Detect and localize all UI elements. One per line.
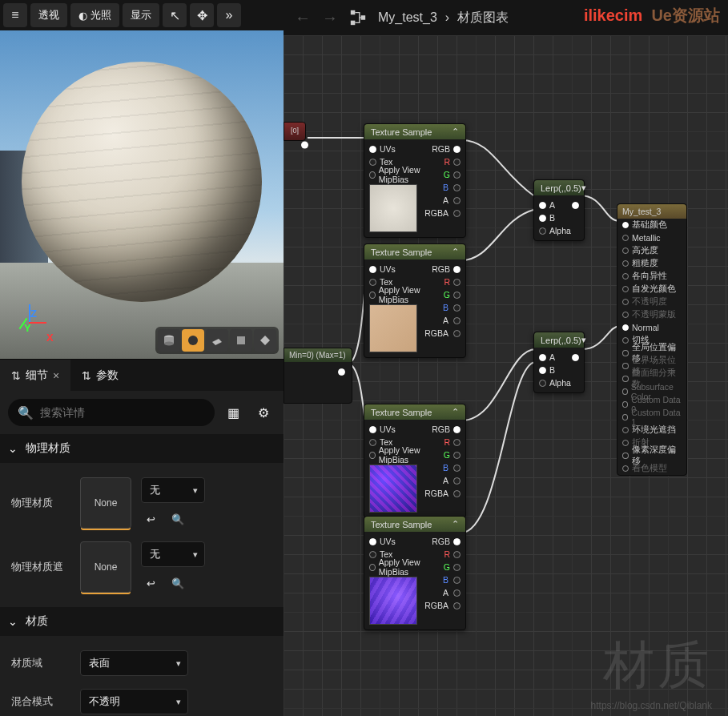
phys-material-mask-dropdown[interactable]: 无 <box>141 541 205 567</box>
filter-icon: ⇅ <box>11 369 21 382</box>
texture-thumbnail <box>369 184 417 232</box>
material-domain-label: 材质域 <box>11 656 70 670</box>
output-pin-row[interactable]: Custom Data 1 <box>617 411 686 424</box>
texture-thumbnail <box>369 304 417 352</box>
phys-material-mask-thumbnail[interactable]: None <box>80 541 131 593</box>
blend-mode-label: 混合模式 <box>11 694 70 709</box>
phys-material-dropdown[interactable]: 无 <box>141 477 205 503</box>
axis-z-label: Z <box>30 308 37 320</box>
hamburger-icon[interactable]: ≡ <box>3 3 27 27</box>
shape-plane-icon[interactable] <box>206 329 228 352</box>
preview-sphere <box>22 62 262 302</box>
chevron-right-icon: › <box>445 10 449 25</box>
phys-material-mask-label: 物理材质遮 <box>11 560 70 574</box>
collapse-icon[interactable]: ⌃ <box>452 247 459 257</box>
section-physical-material[interactable]: ⌄ 物理材质 <box>0 434 284 463</box>
lighting-button[interactable]: ◐光照 <box>70 3 119 27</box>
phys-material-thumbnail[interactable]: None <box>80 477 131 529</box>
chevron-down-icon: ⌄ <box>8 615 18 628</box>
output-pin-row[interactable]: Metallic <box>617 231 686 244</box>
texture-thumbnail <box>369 577 417 625</box>
node-texture-sample[interactable]: Texture Sample⌃ UVsRGB TexR Apply View M… <box>364 516 466 630</box>
watermark-large: 材质 <box>603 630 712 700</box>
panel-tabs: ⇅ 细节 × ⇅ 参数 <box>0 359 284 391</box>
phys-material-label: 物理材质 <box>11 496 70 510</box>
node-texture-sample[interactable]: Texture Sample⌃ UVsRGB TexR Apply View M… <box>364 123 466 238</box>
output-pin-row[interactable]: 各向异性 <box>617 270 686 283</box>
blend-mode-dropdown[interactable]: 不透明 <box>80 689 188 714</box>
node-lerp[interactable]: Lerp(,,0.5)▾ A B Alpha <box>533 179 585 241</box>
graph-icon <box>349 9 367 26</box>
show-button[interactable]: 显示 <box>123 3 159 27</box>
nav-forward-icon[interactable]: → <box>322 9 338 27</box>
watermark-url: https://blog.csdn.net/Qiblank <box>591 700 712 711</box>
node-texture-sample[interactable]: Texture Sample⌃ UVsRGB TexR Apply View M… <box>364 404 466 518</box>
texture-thumbnail <box>369 465 417 513</box>
svg-rect-8 <box>351 21 356 25</box>
breadcrumb: My_test_3 › 材质图表 <box>378 10 509 26</box>
svg-point-2 <box>164 342 174 346</box>
breadcrumb-item[interactable]: My_test_3 <box>378 10 437 25</box>
details-panel: 🔍 ▦ ⚙ ⌄ 物理材质 物理材质 None 无 ↩ <box>0 391 284 716</box>
collapse-icon[interactable]: ⌃ <box>452 127 459 137</box>
output-pin-row[interactable]: Normal <box>617 321 686 334</box>
search-input[interactable] <box>40 406 205 419</box>
more-tools-icon[interactable]: » <box>217 3 241 27</box>
select-tool-icon[interactable]: ↖ <box>163 3 187 27</box>
shape-cube-icon[interactable] <box>230 329 252 352</box>
node-lerp[interactable]: Lerp(,,0.5)▾ A B Alpha <box>533 332 585 393</box>
output-pin-row[interactable]: 高光度 <box>617 244 686 257</box>
node-texcoord[interactable]: [0] <box>284 122 306 141</box>
material-graph[interactable]: [0] Texture Sample⌃ UVsRGB TexR Apply Vi… <box>284 35 728 716</box>
gear-icon[interactable]: ⚙ <box>251 400 276 424</box>
axis-y-label: Y <box>24 322 31 334</box>
tab-params[interactable]: ⇅ 参数 <box>70 360 130 391</box>
viewport-toolbar: ≡ 透视 ◐光照 显示 ↖ ✥ » <box>0 0 284 30</box>
close-icon[interactable]: × <box>53 369 59 382</box>
watermark-text: ilikecim Ue资源站 <box>584 5 720 26</box>
output-pin-row[interactable]: 不透明度 <box>617 296 686 308</box>
output-pin-row[interactable]: 不透明蒙版 <box>617 308 686 321</box>
use-selected-icon[interactable]: ↩ <box>141 573 160 593</box>
search-input-wrapper: 🔍 <box>8 399 215 426</box>
use-selected-icon[interactable]: ↩ <box>141 509 160 529</box>
material-preview-viewport[interactable]: Z Y X <box>0 30 284 359</box>
material-domain-dropdown[interactable]: 表面 <box>80 650 188 676</box>
output-pin-row[interactable]: 自发光颜色 <box>617 283 686 296</box>
node-clamp[interactable]: Min=0) (Max=1) <box>284 348 352 404</box>
collapse-icon[interactable]: ⌃ <box>452 519 459 529</box>
tab-details[interactable]: ⇅ 细节 × <box>0 360 70 391</box>
svg-marker-6 <box>260 336 270 345</box>
filter-icon: ⇅ <box>82 369 91 382</box>
output-pin-row[interactable]: 基础颜色 <box>617 219 686 231</box>
chevron-down-icon: ⌄ <box>8 442 18 455</box>
collapse-icon[interactable]: ⌃ <box>452 407 459 417</box>
output-pin-row[interactable]: 像素深度偏移 <box>617 449 686 462</box>
svg-point-3 <box>188 336 198 345</box>
shape-sphere-icon[interactable] <box>182 329 204 352</box>
preview-shape-selector <box>155 327 279 354</box>
svg-rect-9 <box>361 15 366 20</box>
nav-back-icon[interactable]: ← <box>295 9 311 27</box>
search-icon: 🔍 <box>18 405 34 420</box>
browse-icon[interactable]: 🔍 <box>168 573 187 593</box>
section-material[interactable]: ⌄ 材质 <box>0 607 284 636</box>
output-pin-row[interactable]: 粗糙度 <box>617 257 686 270</box>
breadcrumb-item[interactable]: 材质图表 <box>457 10 509 26</box>
grid-view-icon[interactable]: ▦ <box>221 400 245 424</box>
svg-rect-7 <box>351 10 356 15</box>
browse-icon[interactable]: 🔍 <box>168 509 187 529</box>
perspective-button[interactable]: 透视 <box>30 3 67 27</box>
shape-custom-icon[interactable] <box>254 329 276 352</box>
axis-x-label: X <box>46 332 54 344</box>
shape-cylinder-icon[interactable] <box>158 329 180 352</box>
node-material-output[interactable]: My_test_3 基础颜色Metallic高光度粗糙度各向异性自发光颜色不透明… <box>617 203 687 476</box>
node-texture-sample[interactable]: Texture Sample⌃ UVsRGB TexR Apply View M… <box>364 243 466 358</box>
svg-marker-4 <box>212 339 222 345</box>
svg-rect-5 <box>237 336 245 344</box>
move-tool-icon[interactable]: ✥ <box>190 3 214 27</box>
